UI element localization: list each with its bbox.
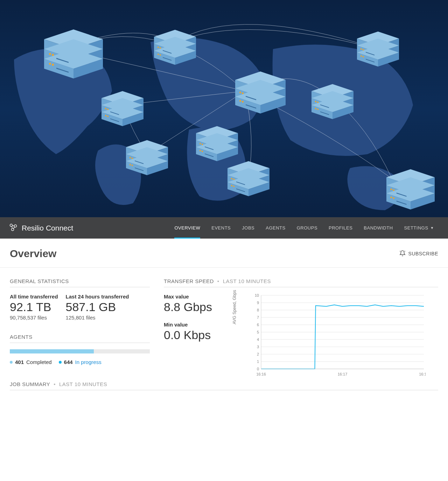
svg-point-17 (14, 225, 17, 227)
nav-bandwidth[interactable]: BANDWIDTH (358, 217, 398, 239)
stat-last-24h: Last 24 hours transferred 587.1 GB 125,8… (66, 294, 129, 321)
chart-y-axis-label: AVG Speed, Gbps (232, 290, 237, 324)
topbar: Resilio Connect OVERVIEW EVENTS JOBS AGE… (0, 217, 448, 239)
svg-text:2: 2 (257, 352, 259, 356)
page-title: Overview (10, 248, 56, 260)
svg-text:6: 6 (257, 323, 259, 327)
nav-groups[interactable]: GROUPS (291, 217, 323, 239)
nav-events[interactable]: EVENTS (206, 217, 236, 239)
stat-max-speed: Max value 8.8 Gbps (164, 294, 227, 314)
svg-text:8: 8 (257, 308, 259, 312)
svg-text:5: 5 (257, 330, 259, 334)
agents-bar-completed (10, 349, 94, 353)
stat-last-24h-files: 125,801 files (66, 315, 129, 321)
agents-title: AGENTS (10, 334, 150, 343)
svg-text:16:18: 16:18 (419, 372, 426, 376)
nav-overview[interactable]: OVERVIEW (169, 217, 206, 239)
dot-icon (10, 361, 13, 364)
job-summary-section: JOB SUMMARY•LAST 10 MINUTES (0, 381, 448, 406)
nav-agents[interactable]: AGENTS (260, 217, 291, 239)
stat-all-time-value: 92.1 TB (10, 300, 58, 314)
chevron-down-icon: ▼ (430, 226, 434, 230)
stat-all-time-files: 90,758,537 files (10, 315, 58, 321)
subscribe-button[interactable]: SUBSCRIBE (399, 250, 438, 257)
transfer-speed-title: TRANSFER SPEED•LAST 10 MINUTES (164, 278, 438, 287)
dot-icon (59, 361, 62, 364)
nav-settings[interactable]: SETTINGS▼ (399, 217, 440, 239)
nav-profiles[interactable]: PROFILES (323, 217, 358, 239)
svg-text:7: 7 (257, 315, 259, 319)
nav-jobs[interactable]: JOBS (236, 217, 260, 239)
stat-all-time: All time transferred 92.1 TB 90,758,537 … (10, 294, 58, 321)
svg-text:4: 4 (257, 337, 259, 342)
agents-in-progress: 644 In progress (59, 359, 102, 365)
svg-text:3: 3 (257, 345, 259, 349)
agents-progress-bar (10, 349, 150, 353)
transfer-speed-chart: AVG Speed, Gbps 01234567891016:1616:1716… (237, 294, 438, 371)
stat-min-speed: Min value 0.0 Kbps (164, 322, 227, 342)
svg-point-16 (10, 224, 13, 226)
stat-last-24h-label: Last 24 hours transferred (66, 294, 129, 300)
page-header: Overview SUBSCRIBE (0, 239, 448, 268)
job-summary-title: JOB SUMMARY•LAST 10 MINUTES (10, 381, 438, 390)
brand-name: Resilio Connect (22, 224, 73, 232)
svg-text:0: 0 (257, 367, 259, 371)
svg-text:16:17: 16:17 (338, 372, 348, 376)
stat-last-24h-value: 587.1 GB (66, 300, 129, 314)
svg-text:10: 10 (255, 294, 259, 297)
stat-all-time-label: All time transferred (10, 294, 58, 300)
agents-legend: 401 Completed 644 In progress (10, 359, 150, 365)
svg-text:9: 9 (257, 301, 259, 305)
brand: Resilio Connect (8, 222, 73, 234)
general-statistics-title: GENERAL STATISTICS (10, 278, 150, 287)
svg-text:1: 1 (257, 359, 259, 364)
brand-logo-icon (8, 222, 18, 234)
main-nav: OVERVIEW EVENTS JOBS AGENTS GROUPS PROFI… (169, 217, 440, 239)
chart-svg: 01234567891016:1616:1716:18 (251, 294, 426, 378)
subscribe-label: SUBSCRIBE (408, 251, 438, 256)
hero-world-map (0, 0, 448, 217)
svg-text:16:16: 16:16 (256, 372, 266, 376)
agents-bar-inprogress (94, 349, 150, 353)
agents-completed: 401 Completed (10, 359, 52, 365)
bell-icon (399, 250, 406, 257)
content: GENERAL STATISTICS All time transferred … (0, 268, 448, 381)
